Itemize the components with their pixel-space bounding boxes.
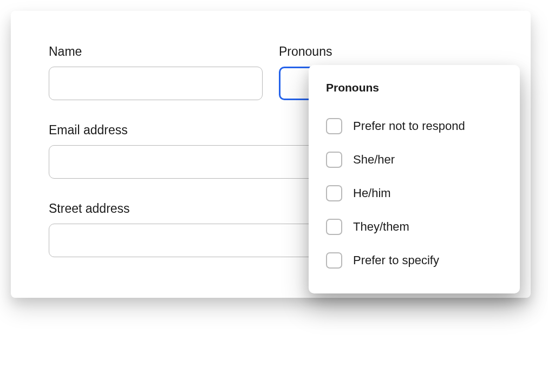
- dropdown-option-she-her[interactable]: She/her: [326, 143, 503, 177]
- pronouns-label: Pronouns: [279, 44, 493, 59]
- option-label: She/her: [353, 153, 395, 167]
- dropdown-option-he-him[interactable]: He/him: [326, 177, 503, 210]
- pronouns-dropdown: Pronouns Prefer not to respond She/her H…: [309, 65, 520, 293]
- dropdown-option-they-them[interactable]: They/them: [326, 210, 503, 244]
- checkbox-icon[interactable]: [326, 185, 342, 201]
- dropdown-option-prefer-to-specify[interactable]: Prefer to specify: [326, 244, 503, 277]
- checkbox-icon[interactable]: [326, 219, 342, 235]
- checkbox-icon[interactable]: [326, 118, 342, 134]
- checkbox-icon[interactable]: [326, 252, 342, 269]
- dropdown-option-prefer-not-to-respond[interactable]: Prefer not to respond: [326, 109, 503, 143]
- option-label: He/him: [353, 186, 391, 200]
- name-input[interactable]: [49, 67, 263, 100]
- option-label: Prefer to specify: [353, 253, 439, 267]
- option-label: Prefer not to respond: [353, 119, 465, 133]
- name-field-group: Name: [49, 44, 263, 100]
- dropdown-title: Pronouns: [326, 81, 503, 94]
- name-label: Name: [49, 44, 263, 59]
- checkbox-icon[interactable]: [326, 152, 342, 168]
- option-label: They/them: [353, 220, 409, 234]
